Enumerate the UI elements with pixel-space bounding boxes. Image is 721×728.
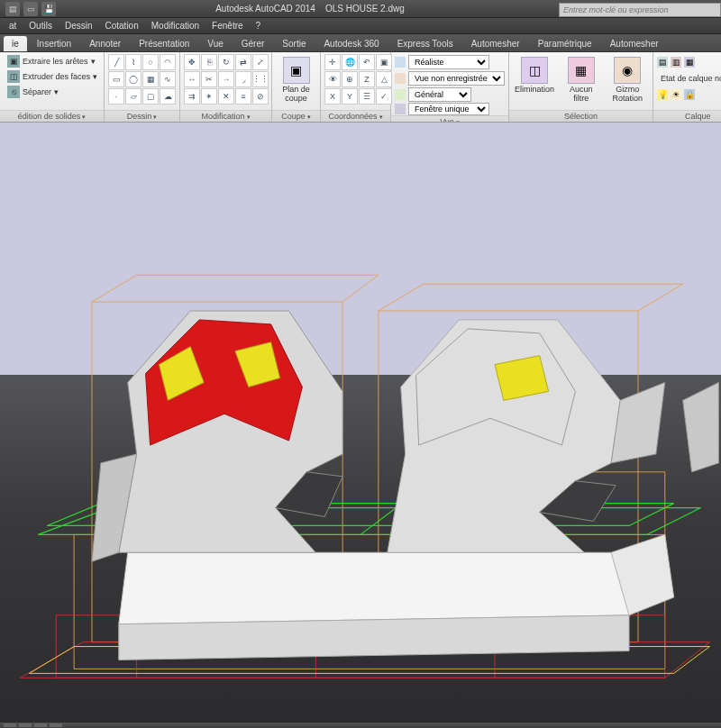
scale-icon[interactable]: ⤢ (252, 54, 269, 70)
circle-icon[interactable]: ○ (142, 54, 159, 70)
gizmo-icon: ◉ (614, 57, 641, 84)
visual-style-row[interactable]: Réaliste (395, 54, 505, 70)
separer-button[interactable]: ⎋ Séparer ▾ (4, 85, 101, 99)
fillet-icon[interactable]: ◞ (235, 71, 251, 87)
menu-format[interactable]: at (4, 20, 22, 32)
viewport-3d[interactable] (0, 123, 721, 723)
tab-presentation[interactable]: Présentation (131, 36, 197, 51)
visual-style-icon (395, 57, 406, 68)
elimination-button[interactable]: ◫ Elimination (513, 54, 556, 97)
menu-outils[interactable]: Outils (23, 20, 58, 32)
array-icon[interactable]: ⋮⋮ (252, 71, 269, 87)
view-saved-icon (395, 73, 406, 84)
panel-coords: ✛ 🌐 ↶ ▣ 👁 ⊕ Z △ X Y ☰ ✓ Coordonnées▾ (321, 52, 391, 122)
tab-gerer[interactable]: Gérer (233, 36, 273, 51)
menu-modif[interactable]: Modification (146, 20, 205, 32)
status-icon[interactable] (19, 723, 32, 727)
ucs-z-icon[interactable]: Z (359, 71, 375, 87)
visual-style-select[interactable]: Réaliste (408, 55, 489, 69)
line-icon[interactable]: ╱ (108, 54, 124, 70)
copy-icon[interactable]: ⎘ (201, 54, 217, 70)
gizmo-rotation-button[interactable]: ◉ Gizmo Rotation (607, 54, 650, 106)
lock-icon: 🔒 (684, 89, 695, 100)
revision-icon[interactable]: ☁ (160, 88, 176, 105)
view-saved-select[interactable]: Vue non enregistrée (408, 71, 505, 86)
view-general-icon (395, 89, 406, 100)
ucs-icon[interactable]: ✛ (324, 54, 341, 70)
layer-state-button[interactable]: Etat de calque non e (657, 71, 721, 86)
view-general-select[interactable]: Général (408, 87, 471, 102)
search-input[interactable] (559, 3, 721, 17)
status-icon[interactable] (4, 723, 16, 727)
ucs-apply-icon[interactable]: ✓ (376, 88, 392, 105)
svg-line-6 (638, 284, 683, 311)
rotate-icon[interactable]: ↻ (218, 54, 234, 70)
tab-vue[interactable]: Vue (199, 36, 231, 51)
ucs-origin-icon[interactable]: ⊕ (342, 71, 358, 87)
explode-icon[interactable]: ✶ (201, 88, 217, 105)
menu-fenetre[interactable]: Fenêtre (206, 20, 248, 32)
coords-grid: ✛ 🌐 ↶ ▣ 👁 ⊕ Z △ X Y ☰ ✓ (324, 54, 392, 105)
tab-home[interactable]: ie (4, 36, 27, 51)
viewport-config-select[interactable]: Fenêtre unique (408, 103, 489, 115)
rect-icon[interactable]: ▭ (108, 71, 124, 87)
status-icon[interactable] (34, 723, 47, 727)
layer-state-row[interactable]: ▤ ▥ ▦ (657, 54, 721, 70)
tab-param[interactable]: Paramétrique (530, 36, 600, 51)
arc-icon[interactable]: ◠ (160, 54, 176, 70)
qat-open-icon[interactable]: ▭ (23, 2, 38, 16)
qat-new-icon[interactable]: ▤ (5, 2, 20, 16)
svg-marker-35 (683, 382, 719, 471)
status-icon[interactable] (50, 723, 62, 727)
tab-insertion[interactable]: Insertion (29, 36, 79, 51)
ucs-x-icon[interactable]: X (324, 88, 341, 105)
ucs-view-icon[interactable]: 👁 (324, 71, 341, 87)
break-icon[interactable]: ⊘ (252, 88, 269, 105)
layer-state-icon3: ▦ (684, 57, 695, 68)
tab-express[interactable]: Express Tools (389, 36, 461, 51)
erase-icon[interactable]: ✕ (218, 88, 234, 105)
hatch-icon[interactable]: ▦ (142, 71, 159, 87)
extraire-aretes-button[interactable]: ▣ Extraire les arêtes ▾ (4, 54, 101, 68)
menu-help[interactable]: ? (251, 20, 267, 32)
aucun-filtre-button[interactable]: ▦ Aucun filtre (560, 54, 603, 106)
align-icon[interactable]: ≡ (235, 88, 251, 105)
ucs-prev-icon[interactable]: ↶ (359, 54, 375, 70)
menu-dessin[interactable]: Dessin (59, 20, 98, 32)
ucs-face-icon[interactable]: ▣ (376, 54, 392, 70)
ucs-world-icon[interactable]: 🌐 (342, 54, 358, 70)
extend-icon[interactable]: → (218, 71, 234, 87)
tab-automesher[interactable]: Automesher (463, 36, 528, 51)
polyline-icon[interactable]: ⌇ (125, 54, 141, 70)
chevron-down-icon: ▾ (93, 72, 97, 81)
viewport-config-row[interactable]: Fenêtre unique (395, 103, 505, 115)
tab-automesher2[interactable]: Automesher (602, 36, 667, 51)
ellipse-icon[interactable]: ◯ (125, 71, 141, 87)
mirror-icon[interactable]: ⇄ (235, 54, 251, 70)
ucs-named-icon[interactable]: ☰ (359, 88, 375, 105)
view-general-row[interactable]: Général (395, 86, 505, 103)
view-saved-row[interactable]: Vue non enregistrée (395, 70, 505, 86)
separer-label: Séparer (23, 87, 51, 96)
qat-save-icon[interactable]: 💾 (41, 2, 56, 16)
tab-a360[interactable]: Autodesk 360 (315, 36, 387, 51)
point-icon[interactable]: · (108, 88, 124, 105)
status-bar (0, 723, 721, 728)
trim-icon[interactable]: ✂ (201, 71, 217, 87)
move-icon[interactable]: ✥ (184, 54, 200, 70)
ucs-3pt-icon[interactable]: △ (376, 71, 392, 87)
menu-cotation[interactable]: Cotation (99, 20, 143, 32)
spline-icon[interactable]: ∿ (160, 71, 176, 87)
layer-state-icon: ▤ (657, 57, 668, 68)
tab-sortie[interactable]: Sortie (274, 36, 314, 51)
ucs-y-icon[interactable]: Y (342, 88, 358, 105)
offset-icon[interactable]: ⇉ (184, 88, 200, 105)
layer-current-row[interactable]: 💡 ☀ 🔒 (657, 86, 721, 103)
tab-annoter[interactable]: Annoter (81, 36, 129, 51)
plan-de-coupe-button[interactable]: ▣ Plan de coupe (276, 54, 316, 106)
boundary-icon[interactable]: ▢ (142, 88, 159, 105)
svg-marker-21 (119, 552, 629, 623)
stretch-icon[interactable]: ↔ (184, 71, 200, 87)
extruder-faces-button[interactable]: ◫ Extruder des faces ▾ (4, 69, 101, 84)
region-icon[interactable]: ▱ (125, 88, 141, 105)
